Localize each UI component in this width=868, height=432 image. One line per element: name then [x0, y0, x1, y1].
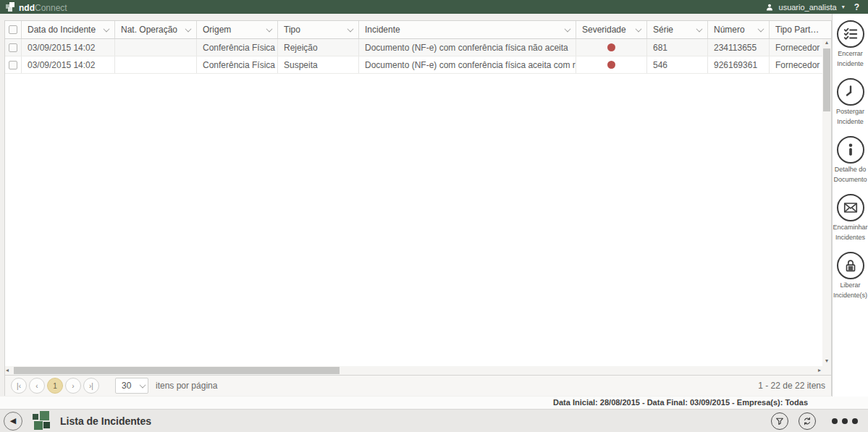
- cell-nat-operacao: [115, 39, 197, 56]
- postergar-incidente-button[interactable]: Postergar Incidente: [833, 78, 868, 126]
- column-menu-chevron-icon[interactable]: [104, 25, 110, 32]
- tool-label: Detalhe do: [833, 165, 868, 174]
- tool-label: Documento: [833, 175, 868, 184]
- user-menu-caret-icon[interactable]: ▾: [842, 4, 845, 10]
- column-label: Tipo Partic...: [775, 25, 820, 35]
- horizontal-scrollbar[interactable]: ◂ ▸: [5, 366, 831, 375]
- tool-label: Liberar: [833, 281, 868, 289]
- tool-label: Incidente: [833, 59, 868, 68]
- pager-next-button[interactable]: ›: [65, 378, 81, 394]
- back-arrow-icon: ◀: [10, 416, 16, 425]
- bottom-title-bar: ◀ Lista de Incidentes: [0, 409, 868, 432]
- cell-tipo-participante: Fornecedor: [770, 56, 823, 73]
- pager-last-button[interactable]: ›|: [83, 378, 99, 394]
- select-all-checkbox[interactable]: [9, 25, 17, 34]
- column-label: Série: [653, 25, 694, 35]
- column-menu-chevron-icon[interactable]: [266, 25, 273, 32]
- vertical-scrollbar-thumb[interactable]: [823, 48, 830, 111]
- top-app-bar: nddConnect usuario_analista ▾ ?: [0, 0, 868, 14]
- table-row[interactable]: 03/09/2015 14:02 Conferência Física Reje…: [5, 39, 831, 56]
- cell-tipo: Suspeita: [278, 56, 359, 73]
- page-size-chevron-icon: [140, 382, 146, 389]
- info-icon: [837, 136, 864, 164]
- column-label: Origem: [203, 25, 264, 35]
- main-content: Data do Incidente Nat. Operação Origem T…: [0, 14, 868, 409]
- clock-icon: [837, 78, 864, 106]
- scroll-down-arrow-icon[interactable]: ▾: [825, 357, 828, 366]
- refresh-button[interactable]: [799, 412, 816, 430]
- column-header-tipo[interactable]: Tipo: [278, 21, 359, 38]
- help-button[interactable]: ?: [854, 2, 859, 12]
- checklist-icon: [837, 20, 864, 48]
- row-checkbox[interactable]: [9, 61, 17, 69]
- column-menu-chevron-icon[interactable]: [758, 25, 764, 32]
- page-size-select[interactable]: 30: [115, 378, 148, 394]
- pager-previous-button[interactable]: ‹: [29, 378, 45, 394]
- brand-name-bold: ndd: [19, 3, 35, 13]
- back-button[interactable]: ◀: [4, 412, 22, 431]
- encaminhar-incidentes-button[interactable]: Encaminhar Incidentes: [833, 194, 868, 242]
- column-menu-chevron-icon[interactable]: [696, 25, 703, 32]
- user-menu[interactable]: usuario_analista: [779, 3, 837, 12]
- items-per-page-label: itens por página: [156, 381, 217, 391]
- cell-data-incidente: 03/09/2015 14:02: [22, 39, 115, 56]
- tool-label: Incidente(s): [833, 291, 868, 300]
- severity-dot-icon: [607, 61, 615, 69]
- row-select-cell: [5, 39, 22, 56]
- horizontal-scrollbar-thumb[interactable]: [14, 367, 340, 374]
- filter-summary-bar: Data Inicial: 28/08/2015 - Data Final: 0…: [0, 397, 868, 409]
- column-menu-chevron-icon[interactable]: [347, 25, 354, 32]
- column-label: Número: [714, 25, 755, 35]
- cell-severidade: [576, 56, 647, 73]
- column-label: Nat. Operação: [121, 25, 182, 35]
- lock-icon: [837, 252, 864, 279]
- column-menu-chevron-icon[interactable]: [636, 25, 642, 32]
- column-header-severidade[interactable]: Severidade: [576, 21, 647, 38]
- cell-tipo: Rejeição: [278, 39, 359, 56]
- row-checkbox[interactable]: [9, 43, 17, 52]
- row-select-cell: [5, 56, 22, 73]
- more-options-button[interactable]: [832, 418, 858, 424]
- column-header-origem[interactable]: Origem: [197, 21, 278, 38]
- scroll-up-arrow-icon[interactable]: ▴: [825, 39, 828, 48]
- funnel-icon: [775, 416, 785, 426]
- detalhe-do-documento-button[interactable]: Detalhe do Documento: [833, 136, 868, 184]
- column-header-nat-operacao[interactable]: Nat. Operação: [115, 21, 197, 38]
- grid-pager: |‹ ‹ 1 › ›| 30 itens por página 1 - 22 d…: [5, 375, 831, 396]
- select-all-cell: [5, 21, 22, 38]
- cell-serie: 681: [647, 39, 708, 56]
- tool-label: Incidentes: [833, 233, 868, 242]
- column-header-data-do-incidente[interactable]: Data do Incidente: [22, 21, 115, 38]
- severity-dot-icon: [607, 43, 615, 51]
- tool-label: Incidente: [833, 117, 868, 126]
- liberar-incidentes-button[interactable]: Liberar Incidente(s): [833, 252, 868, 300]
- vertical-scrollbar[interactable]: ▴ ▾: [822, 39, 831, 366]
- incident-actions-toolbar: Encerrar Incidente Postergar Incidente D…: [832, 14, 868, 397]
- page-title: Lista de Incidentes: [60, 415, 151, 427]
- table-row[interactable]: 03/09/2015 14:02 Conferência Física Susp…: [5, 56, 831, 74]
- refresh-icon: [802, 416, 812, 426]
- filter-button[interactable]: [771, 412, 788, 430]
- cell-incidente: Documento (NF-e) com conferência física …: [359, 39, 576, 56]
- ndd-squares-icon: [6, 2, 16, 12]
- encerrar-incidente-button[interactable]: Encerrar Incidente: [833, 20, 868, 68]
- ndd-green-squares-icon: [31, 411, 53, 431]
- column-header-numero[interactable]: Número: [708, 21, 770, 38]
- column-header-serie[interactable]: Série: [647, 21, 708, 38]
- column-menu-chevron-icon[interactable]: [565, 25, 571, 32]
- pager-page-1-button[interactable]: 1: [47, 378, 63, 394]
- cell-tipo-participante: Fornecedor: [770, 39, 823, 56]
- column-header-tipo-participante[interactable]: Tipo Partic...: [770, 21, 823, 38]
- incidents-grid: Data do Incidente Nat. Operação Origem T…: [4, 20, 832, 396]
- pager-range-label: 1 - 22 de 22 itens: [758, 381, 825, 391]
- column-label: Severidade: [582, 25, 633, 35]
- cell-numero: 234113655: [708, 39, 770, 56]
- ndd-connect-logo: nddConnect: [6, 1, 67, 14]
- filter-summary-text: Data Inicial: 28/08/2015 - Data Final: 0…: [553, 398, 808, 407]
- grid-header-row: Data do Incidente Nat. Operação Origem T…: [5, 21, 831, 39]
- tool-label: Postergar: [833, 107, 868, 116]
- column-menu-chevron-icon[interactable]: [185, 25, 192, 32]
- column-header-incidente[interactable]: Incidente: [359, 21, 576, 38]
- tool-label: Encaminhar: [833, 223, 868, 232]
- pager-first-button[interactable]: |‹: [11, 378, 27, 394]
